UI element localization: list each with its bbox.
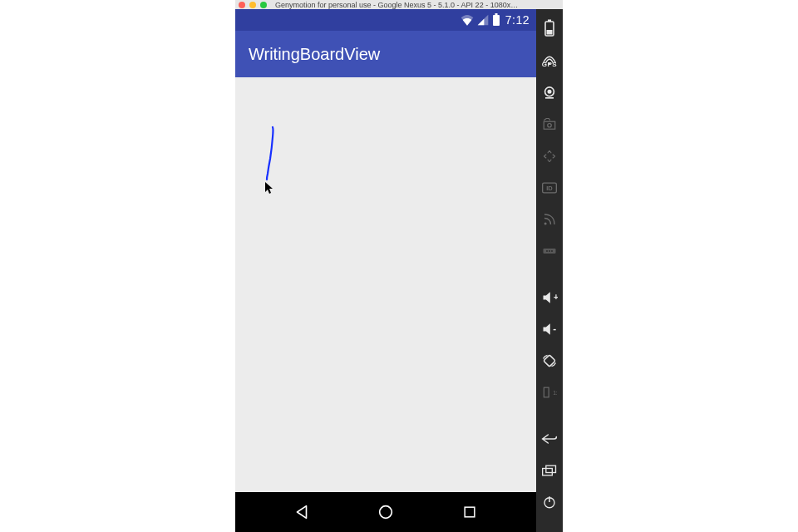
toolbar-volume-down-button[interactable]: - (536, 313, 563, 345)
svg-point-18 (551, 250, 553, 252)
toolbar-multitouch-button[interactable] (536, 140, 563, 172)
svg-point-2 (380, 506, 392, 519)
toolbar-recent-apps-button[interactable] (536, 455, 563, 486)
battery-icon (492, 13, 500, 27)
wifi-icon (461, 14, 474, 26)
toolbar-power-button[interactable] (536, 486, 563, 518)
nav-recent-button[interactable] (458, 500, 481, 524)
svg-rect-25 (546, 466, 556, 472)
svg-text:-: - (553, 323, 556, 333)
nav-home-button[interactable] (374, 500, 397, 524)
android-nav-bar (235, 492, 536, 532)
signal-icon (477, 14, 489, 26)
toolbar-rotate-button[interactable] (536, 345, 563, 377)
toolbar-pixel-button[interactable]: 1:1 (536, 377, 563, 408)
close-window-button[interactable] (239, 2, 245, 8)
svg-point-9 (548, 90, 552, 94)
toolbar-gps-button[interactable]: GPS (536, 44, 563, 77)
svg-rect-6 (547, 30, 553, 35)
window-controls[interactable] (239, 2, 267, 8)
app-title: WritingBoardView (249, 45, 380, 64)
svg-rect-24 (543, 469, 553, 475)
zoom-window-button[interactable] (260, 2, 267, 8)
svg-point-11 (548, 124, 552, 128)
toolbar-volume-up-button[interactable]: + (536, 282, 563, 313)
svg-point-14 (544, 222, 547, 224)
writing-board-canvas[interactable] (235, 77, 536, 492)
toolbar-identifiers-button[interactable]: ID (536, 172, 563, 204)
toolbar-camera-button[interactable] (536, 77, 563, 109)
toolbar-network-button[interactable] (536, 204, 563, 235)
svg-text:+: + (554, 293, 558, 302)
status-clock: 7:12 (505, 13, 530, 27)
genymotion-toolbar: GPS ID + - 1:1 (536, 9, 563, 532)
svg-rect-0 (493, 15, 500, 26)
nav-back-button[interactable] (290, 500, 313, 524)
toolbar-gps-label: GPS (542, 61, 557, 68)
svg-rect-5 (548, 20, 551, 22)
mouse-cursor-icon (265, 182, 275, 195)
toolbar-more-button[interactable] (536, 235, 563, 267)
svg-rect-22 (544, 387, 549, 397)
minimize-window-button[interactable] (249, 2, 256, 8)
android-device-screen[interactable]: 7:12 WritingBoardView Free for personal … (235, 9, 536, 532)
svg-point-17 (549, 250, 550, 252)
toolbar-screencast-button[interactable] (536, 109, 563, 140)
drawn-stroke (235, 77, 536, 492)
svg-text:ID: ID (546, 185, 553, 192)
svg-rect-10 (544, 121, 555, 129)
window-title: Genymotion for personal use - Google Nex… (275, 1, 563, 9)
toolbar-back-button[interactable] (536, 423, 563, 455)
app-toolbar: WritingBoardView (235, 31, 536, 77)
svg-text:1:1: 1:1 (553, 390, 558, 396)
genymotion-emulator: 7:12 WritingBoardView Free for personal … (235, 9, 563, 532)
toolbar-battery-button[interactable] (536, 12, 563, 44)
svg-rect-1 (495, 13, 497, 16)
android-status-bar[interactable]: 7:12 (235, 9, 536, 31)
svg-point-16 (546, 250, 548, 252)
svg-rect-3 (465, 507, 475, 517)
